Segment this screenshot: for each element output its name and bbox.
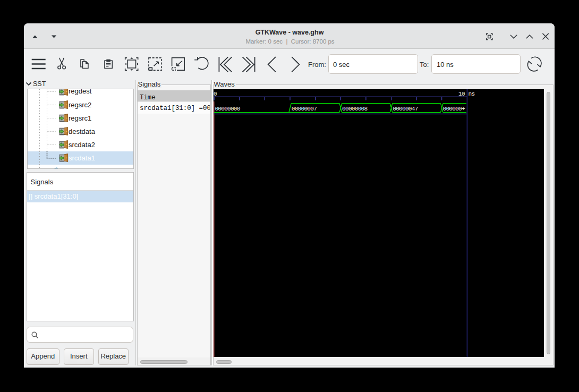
svg-text:10: 10 <box>458 90 465 97</box>
svg-text:00000000: 00000000 <box>215 105 240 112</box>
svg-text:000000+: 000000+ <box>442 105 465 112</box>
svg-text:00000007: 00000007 <box>291 105 316 112</box>
svg-text:00000047: 00000047 <box>393 105 418 112</box>
svg-text:00000008: 00000008 <box>342 105 367 112</box>
svg-text:0: 0 <box>214 90 217 97</box>
svg-text:ns: ns <box>468 90 474 97</box>
